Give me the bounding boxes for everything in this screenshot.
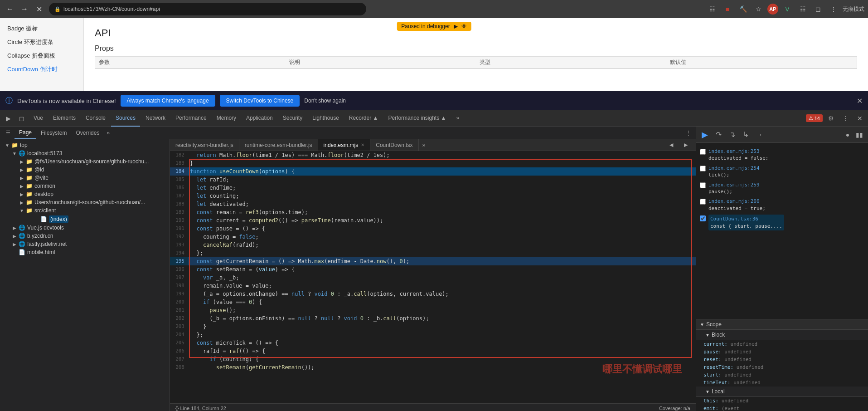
- tree-item-b-yzcdn[interactable]: ▶ 🌐 b.yzcdn.cn: [0, 232, 170, 240]
- device-toolbar-button[interactable]: ◻: [15, 112, 28, 125]
- bp-checkbox-3[interactable]: [700, 182, 706, 188]
- star-icon[interactable]: ☆: [752, 3, 765, 15]
- sec-tab-overrides[interactable]: Overrides: [71, 127, 104, 139]
- block-header[interactable]: ▼ Block: [696, 330, 868, 340]
- sec-dots-button[interactable]: ⋮: [683, 130, 694, 136]
- incognito-label: 无痕模式: [843, 5, 864, 13]
- tab-elements[interactable]: Elements: [48, 110, 80, 127]
- navigate-next-button[interactable]: ▶: [679, 139, 692, 151]
- tab-console[interactable]: Console: [81, 110, 110, 127]
- code-line-195[interactable]: 195 const getCurrentRemain = () => Math.…: [170, 257, 696, 265]
- inspect-element-button[interactable]: ▶: [2, 112, 15, 125]
- tree-item-id[interactable]: ▶ 📁 @id: [0, 166, 170, 174]
- extensions2-icon[interactable]: ☷: [796, 3, 809, 15]
- tabs-more-button[interactable]: »: [419, 142, 429, 148]
- line-num-205: 205: [170, 339, 188, 347]
- props-header-desc: 说明: [286, 57, 476, 68]
- tree-arrow-common: ▶: [18, 184, 25, 189]
- always-match-button[interactable]: Always match Chrome's language: [121, 95, 215, 107]
- tab-more[interactable]: »: [451, 110, 464, 127]
- tree-item-top[interactable]: ▼ 📁 top: [0, 141, 170, 149]
- tree-item-fastly[interactable]: ▶ 🌐 fastly.jsdelivr.net: [0, 240, 170, 248]
- navigate-previous-button[interactable]: ◀: [665, 139, 678, 151]
- tab-lighthouse[interactable]: Lighthouse: [308, 110, 344, 127]
- sidebar-item-countdown[interactable]: CountDown 倒计时: [0, 63, 83, 76]
- tab-close-index[interactable]: ✕: [361, 142, 364, 147]
- globe-icon-b: 🌐: [18, 233, 25, 239]
- step-into-button[interactable]: ↴: [727, 130, 737, 140]
- bp-checkbox-4[interactable]: [700, 199, 706, 205]
- tab-security[interactable]: Security: [278, 110, 307, 127]
- menu-icon[interactable]: ⋮: [827, 3, 840, 15]
- tree-item-index[interactable]: ▶ 📄 (index): [0, 215, 170, 224]
- profile-button[interactable]: AP: [767, 4, 778, 15]
- file-tab-runtime[interactable]: runtime-core.esm-bundler.js: [239, 139, 318, 151]
- scope-header[interactable]: ▼ Scope: [696, 319, 868, 330]
- tree-item-src[interactable]: ▼ 📁 src/client: [0, 206, 170, 215]
- notification-close-button[interactable]: ✕: [857, 97, 863, 105]
- tree-item-vue-devtools[interactable]: ▶ 🌐 Vue.js devtools: [0, 224, 170, 232]
- code-line-192: 192 counting = false;: [170, 233, 696, 241]
- tab-sources[interactable]: Sources: [111, 110, 140, 127]
- resume-button[interactable]: ▶: [700, 130, 710, 140]
- devtools-icon[interactable]: 🔨: [737, 3, 749, 15]
- back-button[interactable]: ←: [4, 3, 16, 15]
- tree-item-localhost[interactable]: ▼ 🌐 localhost:5173: [0, 149, 170, 157]
- sidebar-item-badge[interactable]: Badge 徽标: [0, 22, 83, 35]
- tree-item-vite[interactable]: ▶ 📁 @vite: [0, 174, 170, 182]
- tree-arrow-fastly: ▶: [11, 242, 18, 247]
- dont-show-link[interactable]: Don't show again: [304, 98, 346, 104]
- bp-checkbox-1[interactable]: [700, 149, 706, 155]
- tree-item-mobile[interactable]: ▶ 📄 mobile.html: [0, 248, 170, 256]
- reload-button[interactable]: ✕: [33, 3, 45, 15]
- file-tab-index-esm[interactable]: index.esm.mjs ✕: [318, 139, 371, 151]
- settings-button[interactable]: ⚙: [824, 112, 837, 125]
- forward-button[interactable]: →: [18, 3, 31, 15]
- tree-item-common[interactable]: ▶ 📁 common: [0, 182, 170, 190]
- step-over-button[interactable]: ↷: [713, 130, 723, 140]
- tab-recorder[interactable]: Recorder ▲: [344, 110, 383, 127]
- file-tab-countdown[interactable]: CountDown.tsx: [370, 139, 418, 151]
- props-table: 参数 说明 类型 默认值: [95, 56, 857, 69]
- file-tab-reactivity[interactable]: reactivity.esm-bundler.js: [170, 139, 239, 151]
- address-bar[interactable]: 🔒 localhost:5173/#/zh-CN/count-down#api: [49, 3, 366, 15]
- tree-item-users[interactable]: ▶ 📁 Users/ruochuan/git-source/github-ruo…: [0, 198, 170, 206]
- pause-on-exceptions-button[interactable]: ▮▮: [854, 130, 864, 140]
- scope-key-reset: reset:: [703, 357, 724, 362]
- step-button[interactable]: →: [754, 130, 764, 140]
- code-line-184[interactable]: 184 function useCountDown(options) {: [170, 167, 696, 176]
- more-button[interactable]: ⋮: [839, 112, 852, 125]
- vue-devtools-icon[interactable]: V: [781, 3, 794, 15]
- sec-tab-filesystem[interactable]: Filesystem: [36, 127, 71, 139]
- tab-memory[interactable]: Memory: [212, 110, 241, 127]
- bp-checkbox-5[interactable]: [700, 215, 706, 221]
- close-devtools-button[interactable]: ✕: [853, 112, 866, 125]
- tab-application[interactable]: Application: [242, 110, 277, 127]
- extensions-icon[interactable]: ☷: [706, 3, 718, 15]
- local-header[interactable]: ▼ Local: [696, 387, 868, 397]
- deactivate-breakpoints-button[interactable]: ●: [843, 130, 853, 140]
- sidebar-item-circle[interactable]: Circle 环形进度条: [0, 35, 83, 49]
- sec-more-button[interactable]: »: [104, 130, 112, 136]
- step-out-button[interactable]: ↳: [741, 130, 751, 140]
- tab-icon[interactable]: ◻: [812, 3, 824, 15]
- file-tree: ▼ 📁 top ▼ 🌐 localhost:5173 ▶ 📁: [0, 139, 170, 411]
- resume-icon[interactable]: ▶: [454, 23, 458, 29]
- tab-performance-insights[interactable]: Performance insights ▲: [383, 110, 451, 127]
- error-badge[interactable]: ⚠ 14: [806, 114, 823, 122]
- local-val-emit: (event: [722, 406, 740, 411]
- devtools-main: ☰ Page Filesystem Overrides » ⋮ ▼ 📁 top: [0, 127, 868, 411]
- tab-vue[interactable]: Vue: [29, 110, 48, 127]
- sec-tab-page[interactable]: Page: [15, 127, 36, 139]
- tree-item-desktop[interactable]: ▶ 📁 desktop: [0, 190, 170, 198]
- sidebar-item-collapse[interactable]: Collapse 折叠面板: [0, 49, 83, 63]
- collapse-tree-button[interactable]: ☰: [2, 127, 15, 139]
- tab-network[interactable]: Network: [141, 110, 170, 127]
- folder-icon-id: 📁: [25, 166, 33, 173]
- adblock-icon[interactable]: ■: [721, 3, 734, 15]
- tab-performance[interactable]: Performance: [171, 110, 211, 127]
- step-icon[interactable]: 👁: [461, 23, 467, 29]
- tree-item-fs[interactable]: ▶ 📁 @fs/Users/ruochuan/git-source/github…: [0, 157, 170, 166]
- bp-checkbox-2[interactable]: [700, 166, 706, 171]
- switch-devtools-button[interactable]: Switch DevTools to Chinese: [220, 95, 300, 107]
